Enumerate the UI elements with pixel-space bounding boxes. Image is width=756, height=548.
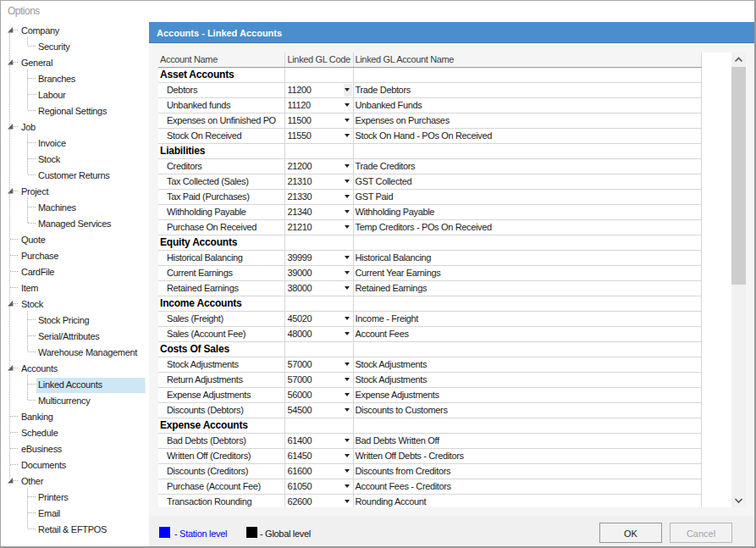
svg-text:Managed Services: Managed Services [38,219,112,229]
svg-text:Email: Email [38,508,60,518]
svg-text:General: General [21,58,52,68]
svg-text:Branches: Branches [38,74,76,84]
svg-text:Labour: Labour [38,90,66,100]
svg-text:Quote: Quote [21,235,46,245]
svg-text:Printers: Printers [38,492,69,502]
svg-text:Customer Returns: Customer Returns [38,170,110,180]
svg-text:Project: Project [21,186,48,197]
svg-text:Multicurrency: Multicurrency [38,396,91,406]
svg-text:Security: Security [38,42,70,52]
svg-text:Stock: Stock [38,154,61,164]
svg-text:Stock Pricing: Stock Pricing [38,315,89,325]
svg-text:Schedule: Schedule [21,428,58,438]
svg-text:Accounts: Accounts [21,363,58,374]
svg-text:Machines: Machines [38,202,76,213]
svg-text:Documents: Documents [21,460,67,470]
svg-text:Company: Company [21,25,60,36]
svg-text:Serial/Attributes: Serial/Attributes [38,331,100,341]
svg-text:Banking: Banking [21,412,53,422]
svg-text:eBusiness: eBusiness [21,444,63,454]
svg-text:Invoice: Invoice [38,138,66,148]
svg-text:Item: Item [21,283,38,293]
svg-text:Stock: Stock [21,299,44,309]
svg-text:Job: Job [21,122,36,132]
svg-text:Regional Settings: Regional Settings [38,106,108,116]
svg-text:Purchase: Purchase [21,251,58,261]
svg-text:Linked Accounts: Linked Accounts [38,379,102,390]
svg-text:CardFile: CardFile [21,267,54,277]
svg-text:Warehouse Management: Warehouse Management [38,347,137,357]
svg-text:Other: Other [21,476,44,486]
svg-text:Retail & EFTPOS: Retail & EFTPOS [38,524,107,534]
